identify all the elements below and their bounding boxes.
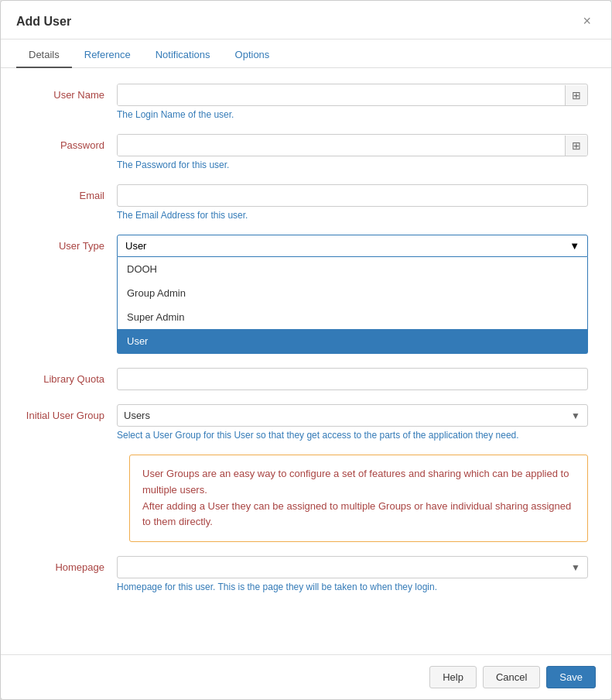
cancel-button[interactable]: Cancel xyxy=(483,666,540,688)
initial-user-group-row: Initial User Group Users ▼ Select a User… xyxy=(24,404,588,441)
user-type-label: User Type xyxy=(24,235,117,252)
close-button[interactable]: × xyxy=(578,12,596,31)
initial-user-group-select[interactable]: Users xyxy=(117,404,588,427)
homepage-hint: Homepage for this user. This is the page… xyxy=(117,582,588,592)
homepage-select-wrapper: ▼ xyxy=(117,556,588,578)
user-type-control: User ▼ DOOH Group Admin Super Admin User xyxy=(117,235,588,354)
user-type-option-super-admin[interactable]: Super Admin xyxy=(118,305,587,329)
initial-user-group-label: Initial User Group xyxy=(24,404,117,421)
homepage-label: Homepage xyxy=(24,556,117,573)
tab-reference[interactable]: Reference xyxy=(72,43,143,68)
initial-user-group-select-wrapper: Users ▼ xyxy=(117,404,588,427)
user-type-option-dooh[interactable]: DOOH xyxy=(118,257,587,281)
library-quota-row: Library Quota xyxy=(24,368,588,390)
email-input[interactable] xyxy=(117,184,588,207)
initial-user-group-control: Users ▼ Select a User Group for this Use… xyxy=(117,404,588,441)
email-hint: The Email Address for this user. xyxy=(117,210,588,221)
info-box-line1: User Groups are an easy way to configure… xyxy=(142,468,569,496)
homepage-select[interactable] xyxy=(117,556,588,578)
email-label: Email xyxy=(24,184,117,201)
username-hint: The Login Name of the user. xyxy=(117,109,588,120)
dialog-footer: Help Cancel Save xyxy=(1,654,611,699)
info-box: User Groups are an easy way to configure… xyxy=(129,455,588,542)
password-label: Password xyxy=(24,134,117,151)
email-row: Email The Email Address for this user. xyxy=(24,184,588,221)
dialog-body: User Name ⊞ The Login Name of the user. … xyxy=(1,68,611,654)
tab-options[interactable]: Options xyxy=(223,43,282,68)
password-input[interactable] xyxy=(118,135,565,156)
tab-details[interactable]: Details xyxy=(16,43,72,68)
username-input[interactable] xyxy=(118,84,565,105)
tab-bar: Details Reference Notifications Options xyxy=(1,43,611,68)
user-type-option-user[interactable]: User xyxy=(118,329,587,353)
password-icon-btn[interactable]: ⊞ xyxy=(565,136,587,156)
username-input-wrapper: ⊞ xyxy=(117,84,588,106)
user-type-dropdown-header[interactable]: User ▼ xyxy=(117,235,588,257)
user-type-option-group-admin[interactable]: Group Admin xyxy=(118,281,587,305)
user-type-row: User Type User ▼ DOOH Group Admin Super … xyxy=(24,235,588,354)
user-type-arrow-icon: ▼ xyxy=(569,240,580,252)
username-control: ⊞ The Login Name of the user. xyxy=(117,84,588,120)
save-button[interactable]: Save xyxy=(546,666,596,688)
help-button[interactable]: Help xyxy=(429,666,477,688)
password-row: Password ⊞ The Password for this user. xyxy=(24,134,588,170)
library-quota-label: Library Quota xyxy=(24,368,117,385)
initial-user-group-hint: Select a User Group for this User so tha… xyxy=(117,430,588,441)
username-label: User Name xyxy=(24,84,117,101)
library-quota-input[interactable] xyxy=(117,368,588,390)
info-box-line2: After adding a User they can be assigned… xyxy=(142,500,571,528)
library-quota-control xyxy=(117,368,588,390)
user-type-dropdown-container: User ▼ DOOH Group Admin Super Admin User xyxy=(117,235,588,354)
homepage-row: Homepage ▼ Homepage for this user. This … xyxy=(24,556,588,592)
password-hint: The Password for this user. xyxy=(117,160,588,170)
user-type-selected-value: User xyxy=(125,240,146,252)
username-icon-btn[interactable]: ⊞ xyxy=(565,85,587,105)
password-control: ⊞ The Password for this user. xyxy=(117,134,588,170)
email-control: The Email Address for this user. xyxy=(117,184,588,221)
add-user-dialog: Add User × Details Reference Notificatio… xyxy=(0,0,612,700)
dialog-header: Add User × xyxy=(1,1,611,39)
user-type-dropdown-list: DOOH Group Admin Super Admin User xyxy=(117,257,588,354)
username-row: User Name ⊞ The Login Name of the user. xyxy=(24,84,588,120)
homepage-control: ▼ Homepage for this user. This is the pa… xyxy=(117,556,588,592)
tab-notifications[interactable]: Notifications xyxy=(143,43,223,68)
password-input-wrapper: ⊞ xyxy=(117,134,588,156)
dialog-title: Add User xyxy=(16,15,71,29)
